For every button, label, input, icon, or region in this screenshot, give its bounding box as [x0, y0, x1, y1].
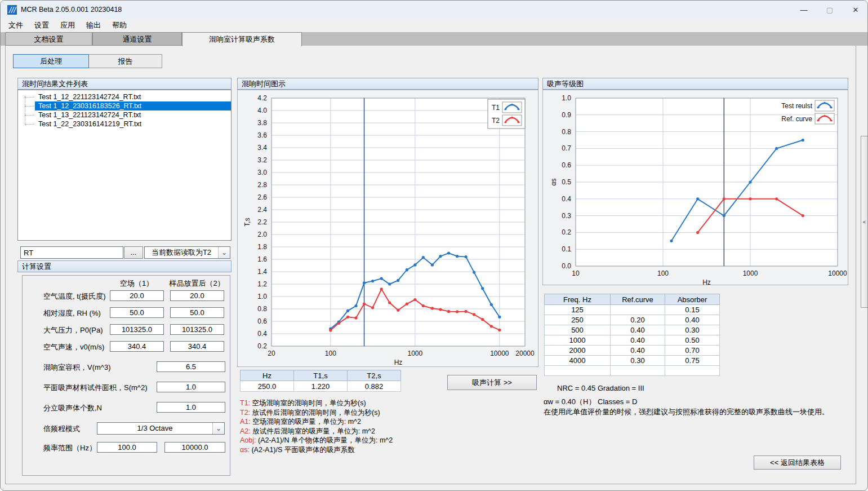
table-row[interactable]: 10000.400.50 — [545, 335, 720, 346]
browse-button[interactable]: ... — [124, 246, 143, 259]
table-row[interactable]: 20000.400.70 — [545, 346, 720, 356]
grade-chart-canvas: 0.00.10.20.30.40.50.60.70.80.91.01010010… — [543, 90, 848, 285]
table-row[interactable]: 125 0.15 — [545, 305, 720, 315]
svg-text:1.0: 1.0 — [562, 94, 571, 102]
table-row[interactable]: 5000.400.30 — [545, 325, 720, 335]
rt-name-input[interactable] — [20, 246, 123, 259]
svg-text:Hz: Hz — [702, 278, 711, 285]
svg-text:10: 10 — [572, 269, 580, 277]
list-item[interactable]: Test 1_12_221123142724_RT.txt — [18, 92, 231, 101]
legend-annotations: T1: 空场混响室的混响时间，单位为秒(s)T2: 放试件后混响室的混响时间，单… — [240, 399, 544, 454]
svg-text:1.0: 1.0 — [257, 293, 267, 300]
sample-area-field[interactable] — [157, 382, 225, 392]
readout-col-hz: Hz — [241, 370, 294, 381]
table-row[interactable]: 2500.200.40 — [545, 315, 720, 325]
menu-item-4[interactable]: 帮助 — [106, 19, 132, 32]
svg-text:0.2: 0.2 — [562, 228, 571, 236]
svg-text:1.6: 1.6 — [257, 255, 267, 263]
svg-text:100: 100 — [325, 350, 336, 357]
menu-item-0[interactable]: 文件 — [3, 19, 29, 32]
tabstrip: 文档设置 通道设置 混响室计算吸声系数 — [1, 32, 868, 46]
svg-text:T,s: T,s — [243, 218, 251, 226]
svg-text:0.9: 0.9 — [562, 111, 571, 119]
list-item[interactable]: Test 1_22_230316141219_RT.txt — [18, 120, 231, 129]
nrc-result-text: NRC = 0.45 Gradation = III — [557, 384, 644, 392]
rt-readout-table: Hz T1,s T2,s 250.0 1.220 0.882 — [240, 370, 401, 392]
svg-text:4.0: 4.0 — [257, 107, 267, 114]
titlebar: MCR Beta 2.05.0.001 20230418 — ▢ ✕ — [1, 1, 868, 19]
absorber-count-label: 分立吸声体个数,N — [43, 403, 102, 413]
table-row[interactable] — [545, 366, 720, 376]
octave-mode-value: 1/3 Octave — [97, 423, 212, 434]
humidity-field-1[interactable] — [110, 307, 164, 318]
svg-text:Hz: Hz — [394, 359, 403, 366]
readout-col-t1: T1,s — [294, 370, 348, 381]
calc-settings-group: 空场（1） 样品放置后（2） 空气温度, t(摄氏度) 相对湿度, RH (%)… — [22, 275, 230, 476]
sound-speed-field-2[interactable] — [170, 341, 224, 352]
window-title: MCR Beta 2.05.0.001 20230418 — [21, 5, 122, 14]
room-volume-label: 混响室容积，V(m^3) — [43, 362, 111, 373]
column-header-with-sample: 样品放置后（2） — [167, 278, 226, 289]
grade-table: Freq. Hz Ref.curve Absorber 125 0.152500… — [544, 294, 720, 376]
panel-collapse-handle[interactable]: < — [861, 136, 868, 308]
tree-connector — [18, 97, 35, 98]
data-read-dropdown[interactable]: 当前数据读取为T2 ⌄ — [144, 246, 230, 259]
svg-text:3.4: 3.4 — [257, 144, 267, 152]
svg-text:0.6: 0.6 — [257, 317, 267, 325]
sound-speed-field-1[interactable] — [110, 341, 164, 352]
list-item[interactable]: Test 1_13_221123142724_RT.txt — [18, 110, 231, 120]
absorber-count-field[interactable] — [157, 402, 225, 413]
menu-item-3[interactable]: 输出 — [81, 19, 106, 32]
svg-text:1.8: 1.8 — [257, 243, 267, 251]
freq-min-field[interactable] — [97, 442, 157, 453]
temp-field-2[interactable] — [170, 290, 224, 301]
pressure-field-2[interactable] — [170, 324, 224, 335]
subtab-postprocess[interactable]: 后处理 — [13, 54, 89, 68]
chevron-left-icon: < — [863, 219, 866, 225]
svg-text:αs: αs — [550, 179, 558, 186]
tab-reverb-absorption[interactable]: 混响室计算吸声系数 — [182, 32, 302, 46]
room-volume-field[interactable] — [157, 361, 225, 372]
svg-text:4.2: 4.2 — [257, 94, 267, 102]
rt-chart-header: 混响时间图示 — [237, 78, 538, 90]
chevron-down-icon[interactable]: ⌄ — [218, 247, 230, 258]
rt-file-list[interactable]: Test 1_12_221123142724_RT.txtTest 1_12_2… — [17, 90, 232, 241]
menu-item-2[interactable]: 应用 — [55, 19, 81, 32]
svg-text:20000: 20000 — [515, 350, 535, 357]
svg-text:1000: 1000 — [743, 269, 758, 277]
sample-area-label: 平面吸声材料试件面积，S(m^2) — [43, 383, 148, 393]
svg-text:1000: 1000 — [407, 350, 422, 357]
list-item[interactable]: Test 1_12_230316183526_RT.txt — [18, 101, 231, 110]
grade-chart-header: 吸声等级图 — [542, 78, 848, 90]
back-to-results-button[interactable]: << 返回结果表格 — [754, 455, 841, 470]
pressure-field-1[interactable] — [110, 324, 164, 335]
sound-speed-label: 空气声速，v0(m/s) — [43, 342, 104, 352]
svg-text:T1: T1 — [492, 104, 500, 112]
file-name: Test 1_12_221123142724_RT.txt — [35, 92, 231, 101]
octave-mode-dropdown[interactable]: 1/3 Octave ⌄ — [97, 422, 225, 435]
svg-text:0.4: 0.4 — [257, 330, 267, 338]
annotation-line: T2: 放试件后混响室的混响时间，单位为秒(s) — [240, 408, 544, 418]
file-list-header: 混时间结果文件列表 — [17, 78, 232, 90]
menu-item-1[interactable]: 设置 — [29, 19, 55, 32]
tab-channel-settings[interactable]: 通道设置 — [92, 32, 182, 46]
subtab-report[interactable]: 报告 — [88, 54, 162, 68]
minimize-button[interactable]: — — [791, 1, 817, 19]
tab-document-settings[interactable]: 文档设置 — [5, 32, 92, 46]
svg-text:0.5: 0.5 — [562, 178, 571, 186]
absorption-calc-button[interactable]: 吸声计算 >> — [447, 375, 537, 390]
maximize-button[interactable]: ▢ — [817, 1, 843, 19]
tree-connector — [18, 115, 35, 116]
readout-row: 250.0 1.220 0.882 — [241, 381, 401, 392]
file-name: Test 1_13_221123142724_RT.txt — [35, 110, 231, 120]
tree-connector — [18, 124, 35, 125]
table-row[interactable]: 40000.300.75 — [545, 356, 720, 366]
humidity-field-2[interactable] — [170, 307, 224, 318]
svg-text:Ref. curve: Ref. curve — [781, 115, 812, 123]
menubar: 文件设置应用输出帮助 — [1, 19, 868, 32]
close-button[interactable]: ✕ — [843, 1, 868, 19]
svg-text:3.6: 3.6 — [257, 131, 267, 139]
chevron-down-icon[interactable]: ⌄ — [212, 423, 224, 434]
temp-field-1[interactable] — [110, 290, 164, 301]
freq-max-field[interactable] — [164, 442, 225, 453]
